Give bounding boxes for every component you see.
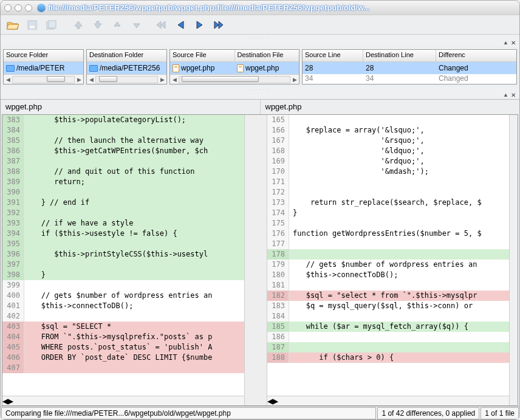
dst-line-cell: 28 — [363, 63, 436, 74]
dest-folder-header[interactable]: Destination Folder — [87, 50, 166, 62]
hscrollbar[interactable]: ◀▶ — [267, 396, 509, 405]
code-line[interactable]: 394 if ($this->usestyle != false) { — [2, 229, 244, 239]
window-controls[interactable] — [4, 4, 32, 12]
hscrollbar[interactable]: ◀▶ — [4, 74, 83, 84]
first-icon — [152, 17, 169, 33]
up-all-icon — [70, 17, 87, 33]
code-line[interactable]: 391 } // end if — [2, 198, 244, 208]
code-line[interactable]: 170 '&mdash;'); — [267, 167, 509, 177]
diff-collapse-icon[interactable]: ▲ — [503, 92, 508, 99]
hscrollbar[interactable]: ◀▶ — [170, 74, 299, 84]
code-line[interactable]: 390 — [2, 187, 244, 198]
code-line[interactable]: 182 $sql = "select * from `".$this->mysq… — [267, 291, 509, 301]
code-line[interactable]: 174} — [267, 208, 509, 218]
code-line[interactable]: 393 // if we have a style — [2, 218, 244, 229]
code-line[interactable]: 177 — [267, 239, 509, 249]
code-line[interactable]: 171 — [267, 177, 509, 187]
hscrollbar[interactable]: ◀▶ — [87, 74, 166, 84]
code-line[interactable]: 178 — [267, 249, 509, 260]
code-line[interactable]: 188 if ($chars > 0) { — [267, 353, 509, 363]
code-line[interactable]: 168 '&ldquo;', — [267, 146, 509, 156]
difference-header[interactable]: Differenc — [436, 50, 516, 62]
src-line-cell: 34 — [303, 74, 363, 83]
diff-viewer: wpget.php wpget.php 383 $this->populateC… — [1, 99, 519, 406]
code-line[interactable]: 402 — [2, 311, 244, 322]
code-line[interactable]: 169 '&rdquo;', — [267, 156, 509, 167]
code-line[interactable]: 186 — [267, 332, 509, 342]
source-folder-value: /media/PETER — [16, 64, 64, 72]
code-line[interactable]: 172 — [267, 187, 509, 198]
panel-grip[interactable]: · · · · · — [1, 35, 519, 40]
code-line[interactable]: 173 return str_replace($search, $replace… — [267, 198, 509, 208]
status-files: 1 of 1 file — [481, 407, 519, 419]
minimize-window-icon[interactable] — [15, 4, 22, 12]
folder-icon — [6, 65, 15, 72]
code-line[interactable]: 166 $replace = array('&lsquo;', — [267, 125, 509, 136]
code-line[interactable]: 183 $q = mysql_query($sql, $this->conn) … — [267, 301, 509, 311]
code-line[interactable]: 384 — [2, 125, 244, 136]
dest-folder-panel: Destination Folder /media/PETER256 ◀▶ — [86, 49, 167, 84]
code-line[interactable]: 167 '&rsquo;', — [267, 136, 509, 146]
code-line[interactable]: 399 — [2, 280, 244, 291]
panel-collapse-icon[interactable]: ▲ — [503, 40, 508, 47]
src-line-cell: 28 — [303, 63, 363, 74]
window-title: file:///media/PETER256/wpgetpub/wpget.ph… — [48, 3, 370, 12]
maximize-window-icon[interactable] — [25, 4, 32, 12]
source-folder-header[interactable]: Source Folder — [4, 50, 83, 62]
save-all-icon — [43, 17, 60, 33]
code-line[interactable]: 383 $this->populateCategoryList(); — [2, 115, 244, 125]
code-line[interactable]: 176function getWordpressEntries($number … — [267, 229, 509, 239]
code-line[interactable]: 180 $this->connectToDB(); — [267, 270, 509, 280]
code-line[interactable]: 404 FROM `".$this->mysqlprefix."posts` a… — [2, 332, 244, 342]
code-line[interactable]: 187 — [267, 342, 509, 353]
next-icon[interactable] — [191, 17, 208, 33]
code-line[interactable]: 181 — [267, 280, 509, 291]
code-line[interactable]: 407 — [2, 363, 244, 373]
code-line[interactable]: 397 — [2, 260, 244, 270]
diff-row[interactable]: 28 28 Changed — [303, 62, 516, 74]
close-diff-icon[interactable]: ✕ — [510, 92, 517, 99]
close-window-icon[interactable] — [4, 4, 12, 12]
file-row[interactable]: wpget.php wpget.php — [170, 62, 299, 74]
code-line[interactable]: 400 // gets $number of wordpress entries… — [2, 291, 244, 301]
code-line[interactable]: 401 $this->connectToDB(); — [2, 301, 244, 311]
code-line[interactable]: 405 WHERE posts.`post_status` = 'publish… — [2, 342, 244, 353]
source-folder-row[interactable]: /media/PETER — [4, 62, 83, 74]
code-line[interactable]: 388 // and quit out of this function — [2, 167, 244, 177]
navigator-panels: Source Folder /media/PETER ◀▶ Destinatio… — [1, 47, 519, 87]
diff-cell: Changed — [436, 63, 516, 74]
code-line[interactable]: 396 $this->printStyleCSS($this->usestyl — [2, 249, 244, 260]
source-file-header[interactable]: Source File — [170, 50, 235, 62]
status-diffs: 1 of 42 differences, 0 applied — [377, 407, 479, 419]
close-panel-icon[interactable]: ✕ — [510, 40, 517, 47]
code-line[interactable]: 389 return; — [2, 177, 244, 187]
code-line[interactable]: 387 — [2, 156, 244, 167]
code-line[interactable]: 175 — [267, 218, 509, 229]
prev-icon[interactable] — [172, 17, 189, 33]
code-line[interactable]: 398 } — [2, 270, 244, 280]
dest-file-header[interactable]: Destination File — [235, 50, 299, 62]
diff-row[interactable]: 34 34 Changed — [303, 74, 516, 83]
code-line[interactable]: 392 — [2, 208, 244, 218]
overview-ruler[interactable] — [509, 115, 518, 405]
app-icon — [37, 4, 46, 12]
last-icon[interactable] — [211, 17, 228, 33]
code-line[interactable]: 403 $sql = "SELECT * — [2, 322, 244, 332]
save-icon — [24, 17, 41, 33]
code-line[interactable]: 395 — [2, 239, 244, 249]
hscrollbar[interactable]: ◀▶ — [2, 396, 244, 405]
code-line[interactable]: 184 — [267, 311, 509, 322]
code-line[interactable]: 406 ORDER BY `post_date` DESC LIMIT {$nu… — [2, 353, 244, 363]
left-code-pane[interactable]: 383 $this->populateCategoryList();384385… — [2, 115, 244, 405]
right-code-pane[interactable]: 165166 $replace = array('&lsquo;',167 '&… — [267, 115, 509, 405]
splitter-grip[interactable]: · · · · · — [1, 87, 519, 92]
dest-folder-row[interactable]: /media/PETER256 — [87, 62, 166, 74]
open-icon[interactable] — [4, 17, 21, 33]
source-line-header[interactable]: Source Line — [303, 50, 363, 62]
code-line[interactable]: 185 while ($ar = mysql_fetch_array($q)) … — [267, 322, 509, 332]
code-line[interactable]: 165 — [267, 115, 509, 125]
code-line[interactable]: 179 // gets $number of wordpress entries… — [267, 260, 509, 270]
code-line[interactable]: 386 $this->getCatWPEntries($number, $ch — [2, 146, 244, 156]
dest-line-header[interactable]: Destination Line — [363, 50, 436, 62]
code-line[interactable]: 385 // then launch the alternative way — [2, 136, 244, 146]
